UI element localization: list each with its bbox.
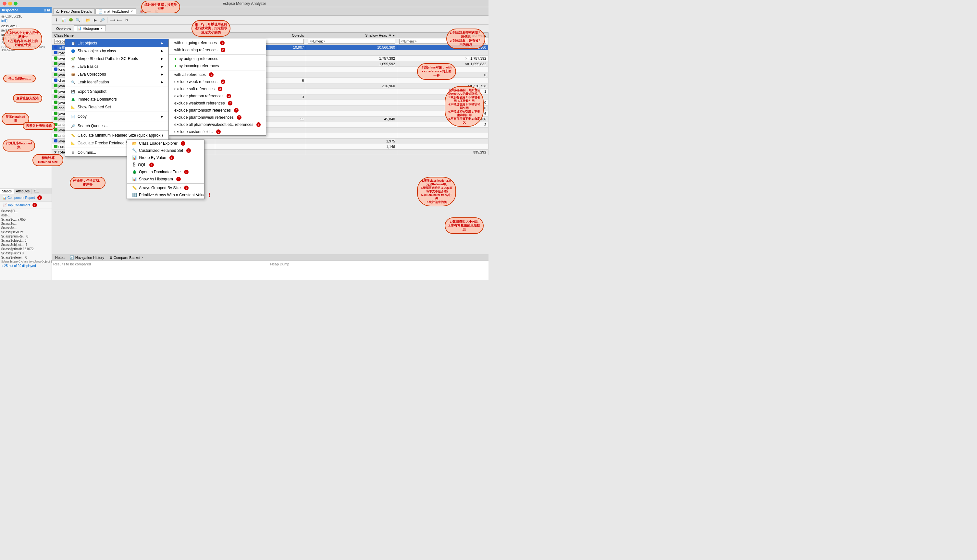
col-shallow-heap[interactable]: Shallow Heap ▼: [306, 33, 397, 38]
statics-item-12: $class$referer... 0: [0, 255, 52, 260]
calc-precise-icon: 📐: [70, 140, 76, 146]
sub-tab-histogram[interactable]: 📊 Histogram ✕: [74, 25, 106, 32]
compare-close[interactable]: ✕: [141, 256, 144, 259]
submenu-open-dominator[interactable]: 🌲 Open In Dominator Tree 5: [127, 168, 204, 175]
submenu-extra[interactable]: 📂 Class Loader Explorer 1 🔧 Customized R…: [127, 140, 205, 199]
filter-shallow[interactable]: [306, 38, 397, 45]
menu-show-retained-label: Show Retained Set: [78, 105, 111, 109]
col-retained-heap[interactable]: Retained Heap: [397, 33, 488, 38]
menu-show-retained-set[interactable]: 📐 Show Retained Set: [65, 103, 168, 111]
sub-tab-overview[interactable]: Overview: [53, 26, 74, 32]
notes-label: Notes: [55, 256, 65, 260]
oql-icon: 🗄: [132, 163, 136, 167]
submenu-excl-all[interactable]: exclude all phantom/weak/soft etc. refer…: [169, 121, 266, 128]
toolbar-info[interactable]: ℹ: [53, 17, 60, 23]
menu-merge-shortest-paths[interactable]: 🌿 Merge Shortest Paths to GC-Roots: [65, 55, 168, 63]
menu-leak-identification[interactable]: 🔍 Leak Identification: [65, 78, 168, 86]
submenu-show-histogram[interactable]: 📊 Show As Histogram 6: [127, 175, 204, 183]
show-objects-icon: 🔵: [70, 48, 76, 53]
submenu-excl-weak[interactable]: exclude weak references 2: [169, 78, 266, 85]
tab-attributes[interactable]: Attributes: [14, 189, 32, 194]
menu-calc-min-retained[interactable]: 📏 Calculate Minimum Retained Size (quick…: [65, 132, 168, 139]
submenu-excl-phantom-weak[interactable]: exclude phantom/weak references 7: [169, 114, 266, 121]
toolbar-open[interactable]: 📂: [85, 17, 91, 23]
context-menu[interactable]: 📋 List objects 🔵 Show objects by class 🌿…: [65, 39, 169, 157]
tab-notes[interactable]: Notes: [53, 255, 67, 260]
submenu-customized-retained[interactable]: 🔧 Customized Retained Set 2: [127, 147, 204, 154]
maximize-button[interactable]: [13, 2, 18, 5]
histogram-close[interactable]: ✕: [100, 27, 103, 30]
toolbar-find[interactable]: 🔎: [99, 17, 105, 23]
component-report-item[interactable]: 📊 Component Report 1: [1, 195, 43, 200]
submenu-excl-phantom[interactable]: exclude phantom references 4: [169, 92, 266, 100]
close-button[interactable]: [3, 2, 7, 5]
submenu-with-all-label: with all references: [174, 72, 206, 77]
submenu-with-outgoing[interactable]: with outgoing references 1: [169, 39, 266, 47]
menu-sep1: [65, 87, 168, 87]
submenu-class-loader[interactable]: 📂 Class Loader Explorer 1: [127, 140, 204, 147]
row-shallow: [306, 100, 397, 105]
tab-nav-history[interactable]: 🔄 Navigation History: [68, 255, 106, 260]
toolbar-back[interactable]: ⟵: [116, 17, 123, 23]
toolbar-icon-pin[interactable]: 📌: [138, 8, 145, 15]
toolbar-forward[interactable]: ⟶: [109, 17, 115, 23]
menu-java-basics[interactable]: ☕ Java Basics: [65, 63, 168, 70]
submenu-excl-weak-soft[interactable]: exclude weak/soft references 5: [169, 100, 266, 107]
toolbar-dominator[interactable]: 🌳: [68, 17, 74, 23]
badge-eps-6: 6: [234, 108, 238, 113]
row-retained: 6: [397, 111, 488, 117]
submenu-primitive-arrays[interactable]: 🔢 Primitive Arrays With a Constant Value…: [127, 192, 204, 198]
gbv-badge-3: 3: [169, 155, 174, 160]
menu-export-label: Export Snapshot: [78, 89, 107, 94]
submenu-by-outgoing[interactable]: ● by outgoing references: [169, 55, 266, 62]
window-controls[interactable]: [3, 2, 18, 5]
menu-list-objects[interactable]: 📋 List objects: [65, 39, 168, 47]
toolbar-icon-maximize[interactable]: ⊡: [153, 8, 160, 15]
histogram-label: Histogram: [83, 27, 99, 30]
filter-retained[interactable]: [397, 38, 488, 45]
shallow-filter-input[interactable]: [308, 39, 395, 44]
menu-java-collections[interactable]: 📦 Java Collections: [65, 70, 168, 78]
submenu-with-outgoing-label: with outgoing references: [174, 40, 217, 45]
submenu-arrays-grouped[interactable]: 📏 Arrays Grouped By Size 1: [127, 184, 204, 192]
menu-immediate-dominators[interactable]: 🌲 Immediate Dominators: [65, 95, 168, 103]
badge-ews-5: 5: [228, 101, 232, 105]
submenu-by-incoming[interactable]: ● by incoming references: [169, 62, 266, 70]
submenu-list-objects[interactable]: with outgoing references 1 with incoming…: [169, 39, 266, 136]
toolbar-icon-minus[interactable]: —: [146, 8, 153, 15]
submenu-with-incoming[interactable]: with incoming references 2: [169, 47, 266, 53]
tab-c[interactable]: C...: [32, 189, 41, 194]
tab-statics[interactable]: Statics: [0, 189, 14, 194]
tab-mat-test[interactable]: 📄 mat_test1.hprof ✕: [95, 8, 136, 14]
submenu-with-all[interactable]: with all references 1: [169, 71, 266, 78]
menu-copy[interactable]: 📄 Copy: [65, 113, 168, 120]
toolbar-histogram[interactable]: 📊: [60, 17, 67, 23]
submenu-group-by-value[interactable]: 📊 Group By Value 3: [127, 154, 204, 161]
class-icon-blue: [54, 45, 57, 49]
submenu-excl-soft[interactable]: exclude soft references 3: [169, 85, 266, 92]
toolbar-refresh[interactable]: ↻: [123, 17, 130, 23]
col-objects[interactable]: Objects: [215, 33, 306, 38]
overview-label: Overview: [56, 27, 71, 30]
toolbar-run[interactable]: ▶: [92, 17, 98, 23]
menu-export-snapshot[interactable]: 💾 Export Snapshot: [65, 88, 168, 95]
top-consumers-item[interactable]: 📈 Top Consumers 2: [1, 202, 50, 208]
submenu-oql[interactable]: 🗄 OQL 4: [127, 161, 204, 168]
top-consumers-icon: 📈: [3, 203, 7, 207]
tab-heap-dump-details[interactable]: 🗂 Heap Dump Details: [53, 8, 95, 14]
class-icon-green: [54, 112, 57, 115]
statics-item-5: $class$c...: [0, 226, 52, 230]
submenu-by-incoming-label: by incoming references: [178, 63, 219, 68]
menu-search-queries[interactable]: 🔎 Search Queries...: [65, 122, 168, 130]
minimize-button[interactable]: [8, 2, 12, 5]
tab-mat-test-close[interactable]: ✕: [130, 10, 133, 13]
menu-list-objects-label: List objects: [78, 41, 97, 45]
toolbar-query[interactable]: 🔍: [75, 17, 81, 23]
tab-compare-basket[interactable]: ⚖ Compare Basket ✕: [107, 255, 146, 260]
menu-show-objects-by-class[interactable]: 🔵 Show objects by class: [65, 47, 168, 55]
col-class-name[interactable]: Class Name: [52, 33, 215, 38]
submenu-excl-phantom-soft[interactable]: exclude phantom/soft references 6: [169, 107, 266, 114]
menu-leak-label: Leak Identification: [78, 80, 109, 84]
submenu-excl-custom[interactable]: exclude custom field... 9: [169, 128, 266, 135]
retained-filter-input[interactable]: [399, 39, 486, 44]
